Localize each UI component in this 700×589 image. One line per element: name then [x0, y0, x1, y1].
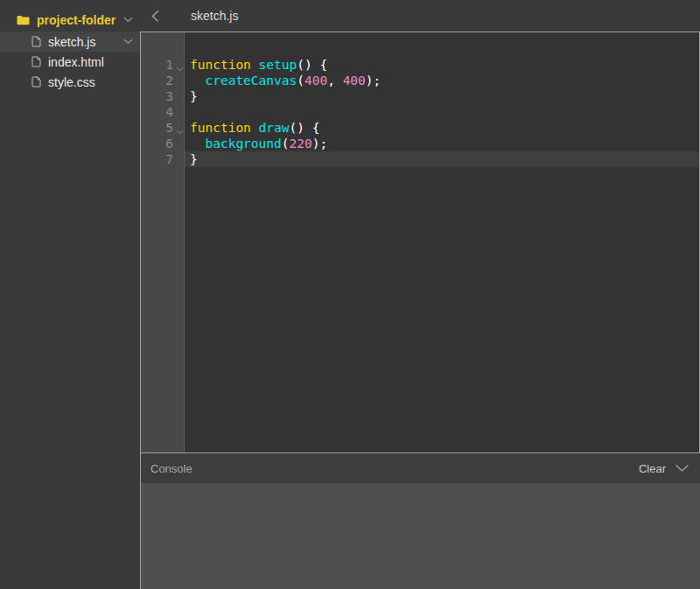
sidebar-item-index-html[interactable]: index.html: [0, 52, 140, 72]
project-folder-row[interactable]: project-folder: [0, 8, 140, 32]
file-icon: [32, 56, 41, 67]
console-clear-button[interactable]: Clear: [639, 462, 666, 475]
line-number: 7: [141, 151, 185, 167]
chevron-down-icon[interactable]: [123, 17, 133, 23]
back-button[interactable]: [140, 0, 170, 32]
code-text: }: [185, 151, 699, 167]
console-collapse-button[interactable]: [675, 464, 690, 473]
console-title: Console: [150, 462, 639, 475]
code-line-4[interactable]: 4: [141, 104, 699, 120]
sidebar-item-style-css[interactable]: style.css: [0, 72, 140, 92]
project-folder-label: project-folder: [37, 13, 123, 27]
editor-pane: sketch.js 1function setup() {2 createCan…: [140, 0, 700, 589]
file-list: sketch.jsindex.htmlstyle.css: [0, 32, 140, 92]
line-number: 4: [141, 104, 185, 120]
code-text: function setup() {: [185, 57, 699, 73]
code-text: }: [185, 88, 699, 104]
code-editor[interactable]: 1function setup() {2 createCanvas(400, 4…: [140, 32, 700, 452]
code-line-2[interactable]: 2 createCanvas(400, 400);: [141, 73, 699, 88]
code-line-5[interactable]: 5function draw() {: [141, 120, 699, 136]
code-text: [185, 104, 699, 120]
chevron-down-icon[interactable]: [123, 39, 133, 45]
code-line-7[interactable]: 7}: [141, 151, 699, 167]
console-header: Console Clear: [141, 453, 700, 483]
line-number: 5: [141, 120, 185, 136]
p5-editor-window: project-folder sketch.jsindex.htmlstyle.…: [0, 0, 700, 589]
file-name-label: sketch.js: [48, 35, 123, 49]
line-number: 6: [141, 136, 185, 151]
line-number: 3: [141, 88, 185, 104]
line-number: 1: [141, 57, 185, 73]
code-text: function draw() {: [185, 120, 699, 136]
code-text: background(220);: [185, 136, 699, 151]
code-lines: 1function setup() {2 createCanvas(400, 4…: [141, 32, 699, 167]
console-panel: Console Clear: [140, 452, 700, 589]
file-icon: [32, 76, 41, 88]
console-output[interactable]: [141, 483, 700, 589]
editor-tabbar: sketch.js: [140, 0, 700, 32]
code-line-3[interactable]: 3}: [141, 88, 699, 104]
file-name-label: style.css: [48, 75, 133, 89]
sidebar-item-sketch-js[interactable]: sketch.js: [0, 32, 140, 52]
folder-icon: [17, 15, 30, 25]
code-text: createCanvas(400, 400);: [185, 73, 699, 88]
file-icon: [32, 36, 41, 47]
line-number: 2: [141, 73, 185, 88]
file-sidebar: project-folder sketch.jsindex.htmlstyle.…: [0, 0, 140, 589]
chevron-down-icon: [675, 464, 690, 473]
chevron-left-icon: [151, 10, 159, 23]
code-line-1[interactable]: 1function setup() {: [141, 57, 699, 73]
code-line-6[interactable]: 6 background(220);: [141, 136, 699, 151]
file-name-label: index.html: [48, 55, 133, 69]
tab-sketch-js[interactable]: sketch.js: [191, 9, 238, 23]
